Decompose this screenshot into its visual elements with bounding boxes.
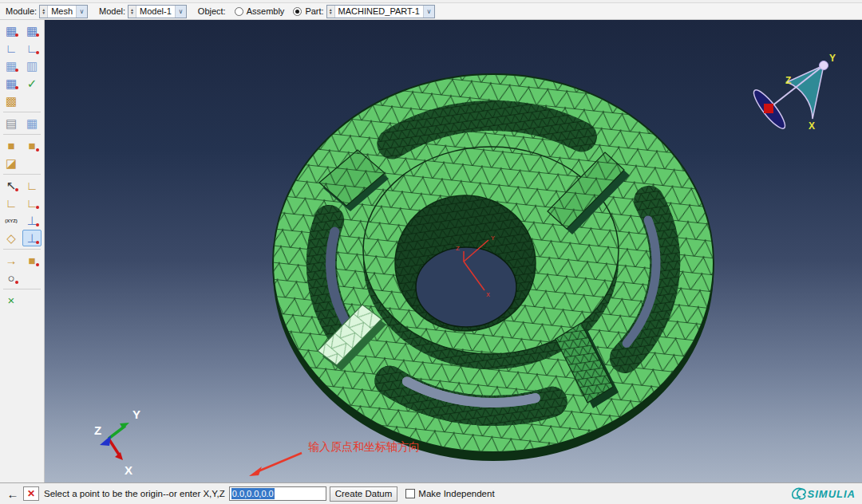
origin-coordinates-input[interactable]: 0.0,0.0,0.0 bbox=[229, 486, 326, 501]
context-bar: Module: ▲▼ Mesh ∨ Model: ▲▼ Model-1 ∨ Ob… bbox=[0, 3, 862, 20]
tool-datum-point-xyz-icon[interactable]: (XYZ) bbox=[2, 212, 21, 229]
tool-edit-mesh-icon[interactable]: ◪ bbox=[2, 155, 21, 171]
spinner-icon[interactable]: ▲▼ bbox=[129, 6, 136, 18]
tool-delete-mesh-icon[interactable]: ■ bbox=[22, 137, 42, 154]
toolbox-separator bbox=[3, 249, 41, 250]
tool-seed-part-icon[interactable]: ▦ bbox=[2, 22, 21, 39]
tool-mesh-defaults-icon[interactable]: ▤ bbox=[2, 115, 21, 132]
module-label: Module: bbox=[6, 6, 37, 16]
compass-center-handle[interactable] bbox=[764, 104, 773, 113]
prompt-bar: ← ✕ Select a point to be the origin--or … bbox=[0, 482, 862, 504]
module-combo[interactable]: ▲▼ Mesh ∨ bbox=[39, 5, 88, 18]
make-independent-checkbox[interactable] bbox=[405, 489, 415, 498]
tool-virtual-topology-icon[interactable]: → bbox=[2, 252, 21, 269]
tool-mesh-part-icon[interactable]: ▦ bbox=[2, 57, 21, 74]
tool-element-type-icon[interactable]: ▦ bbox=[22, 115, 42, 132]
tool-partition-face-icon[interactable]: ∟ bbox=[2, 195, 21, 211]
tool-verify-mesh-icon[interactable]: ✓ bbox=[22, 75, 42, 92]
tool-datum-axis-icon[interactable]: ⊥ bbox=[22, 212, 42, 229]
model-label: Model: bbox=[99, 6, 125, 16]
tool-misc-tools-icon[interactable]: × bbox=[2, 292, 21, 309]
tool-create-mesh-part-icon[interactable]: ▩ bbox=[2, 93, 21, 109]
tool-mesh-region-icon[interactable]: ▥ bbox=[22, 57, 42, 74]
tool-datum-plane-icon[interactable]: ◇ bbox=[2, 230, 21, 246]
make-independent-label[interactable]: Make Independent bbox=[418, 489, 494, 498]
part-value: MACHINED_PART-1 bbox=[335, 6, 423, 18]
view-compass[interactable]: Y Z X bbox=[749, 53, 836, 132]
tool-geometry-edit-icon[interactable]: ■ bbox=[22, 252, 42, 269]
tool-datum-csys-icon[interactable]: ⊥ bbox=[22, 230, 42, 246]
spinner-icon[interactable]: ▲▼ bbox=[40, 6, 48, 18]
meshed-part[interactable] bbox=[273, 74, 714, 461]
previous-step-button[interactable]: ← bbox=[4, 486, 22, 502]
orientation-triad: Y X Z bbox=[94, 408, 140, 477]
model-view: Y Z X Y Z X bbox=[45, 20, 862, 482]
triad-z-label: Z bbox=[94, 423, 101, 437]
create-datum-button[interactable]: Create Datum bbox=[330, 486, 398, 502]
chevron-down-icon[interactable]: ∨ bbox=[423, 6, 434, 18]
toolbox-separator bbox=[3, 174, 41, 175]
triad-x-label: X bbox=[125, 463, 132, 477]
simulia-logo-text: SIMULIA bbox=[808, 488, 856, 500]
viewport-canvas[interactable]: Y Z X Y Z X bbox=[45, 20, 862, 482]
csys-x-label: X bbox=[486, 291, 490, 298]
toolbox-separator bbox=[3, 134, 41, 135]
annotation: 输入原点和坐标轴方向 bbox=[249, 440, 420, 476]
toolbox-separator bbox=[3, 289, 41, 289]
spinner-icon[interactable]: ▲▼ bbox=[327, 6, 335, 18]
triad-y-label: Y bbox=[132, 408, 140, 421]
cancel-x-icon: ✕ bbox=[27, 488, 35, 499]
tool-delete-edge-seeds-icon[interactable]: ∟ bbox=[22, 40, 42, 57]
compass-y-label: Y bbox=[829, 53, 836, 64]
csys-y-label: Y bbox=[491, 234, 495, 242]
tool-query-tool-icon[interactable]: ↖ bbox=[2, 177, 21, 194]
object-label: Object: bbox=[198, 6, 226, 16]
radio-part-label[interactable]: Part: bbox=[305, 6, 323, 16]
toolbox-separator bbox=[3, 112, 41, 112]
tool-edit-mesh-nodes-icon[interactable]: ○ bbox=[2, 270, 21, 286]
tool-partition-cell-icon[interactable]: ∟ bbox=[22, 177, 42, 194]
radio-assembly-label[interactable]: Assembly bbox=[247, 6, 285, 16]
back-arrow-icon: ← bbox=[7, 487, 19, 501]
simulia-logo: SIMULIA bbox=[790, 486, 856, 501]
compass-y-handle[interactable] bbox=[820, 61, 828, 70]
annotation-arrowhead bbox=[249, 467, 262, 476]
compass-x-label: X bbox=[809, 120, 815, 132]
input-selected-text: 0.0,0.0,0.0 bbox=[231, 488, 275, 499]
model-combo[interactable]: ▲▼ Model-1 ∨ bbox=[128, 5, 187, 18]
tool-partition-edge-icon[interactable]: ∟ bbox=[22, 195, 42, 211]
module-value: Mesh bbox=[48, 6, 76, 18]
tool-element-numbering-icon[interactable]: ▦ bbox=[2, 75, 21, 92]
3ds-logo-icon bbox=[790, 486, 808, 501]
chevron-down-icon[interactable]: ∨ bbox=[76, 6, 87, 18]
tool-delete-part-seeds-icon[interactable]: ∟ bbox=[2, 40, 21, 57]
prompt-text: Select a point to be the origin--or ente… bbox=[44, 489, 225, 498]
chevron-down-icon[interactable]: ∨ bbox=[175, 6, 186, 18]
model-value: Model-1 bbox=[136, 6, 175, 18]
annotation-text: 输入原点和坐标轴方向 bbox=[308, 440, 420, 453]
mesh-toolbox: ▦▦∟∟▦▥▦✓▩▤▦■■◪↖∟∟∟(XYZ)⊥◇⊥→■○× bbox=[0, 20, 45, 482]
radio-part[interactable] bbox=[293, 7, 302, 16]
cancel-button[interactable]: ✕ bbox=[23, 486, 39, 501]
csys-z-label: Z bbox=[456, 245, 460, 252]
tool-seed-edges-icon[interactable]: ▦ bbox=[22, 22, 42, 39]
part-combo[interactable]: ▲▼ MACHINED_PART-1 ∨ bbox=[326, 5, 435, 18]
tool-bottom-up-mesh-icon[interactable]: ■ bbox=[2, 137, 21, 154]
radio-assembly[interactable] bbox=[235, 7, 243, 16]
compass-z-label: Z bbox=[785, 75, 791, 86]
